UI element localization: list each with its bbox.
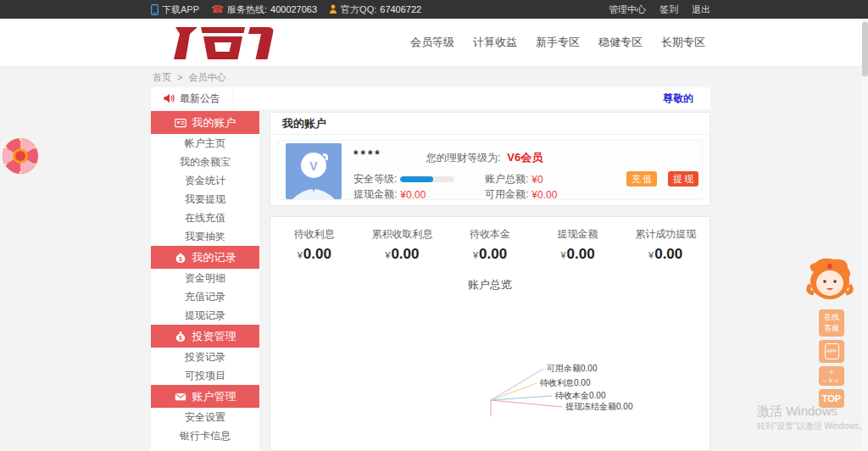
topbar-links: 管理中心签到退出 xyxy=(609,3,710,16)
sidebar-item[interactable]: 我的余额宝 xyxy=(151,153,259,171)
site-header: 会员等级计算收益新手专区稳健专区长期专区 xyxy=(0,19,868,67)
mascot-float[interactable] xyxy=(805,254,854,303)
sidebar-section-header-2[interactable]: $投资管理 xyxy=(151,325,259,348)
speaker-icon xyxy=(164,93,175,103)
id-card-icon xyxy=(175,117,186,129)
recharge-button[interactable]: 充值 xyxy=(626,171,657,187)
security-progress-fill xyxy=(400,176,432,182)
online-service-button[interactable]: 在线客服 xyxy=(819,309,844,337)
sidebar-item[interactable]: 资金明细 xyxy=(151,269,259,287)
stat-item-2: 待收本金¥0.00 xyxy=(446,227,534,263)
online-service-label: 在线客服 xyxy=(822,312,841,333)
topbar-link-2[interactable]: 退出 xyxy=(692,3,710,16)
chart-label-1: 待收利息0.00 xyxy=(540,377,590,389)
currency-symbol: ¥ xyxy=(473,250,478,260)
stat-amount: 0.00 xyxy=(391,246,419,262)
sidebar-item[interactable]: 在线充值 xyxy=(151,209,259,227)
withdraw-amount-value: ¥0.00 xyxy=(400,189,426,201)
hotline: ☎ 服务热线: 400027063 xyxy=(211,3,317,16)
sidebar: 我的账户帐户主页我的余额宝资金统计我要提现在线充值我要抽奖$我的记录资金明细充值… xyxy=(151,111,259,451)
sidebar-item[interactable]: 充值记录 xyxy=(151,287,259,306)
currency-symbol: ¥ xyxy=(560,250,565,260)
calculator-button[interactable]: +−×= xyxy=(819,366,844,386)
envelope-icon xyxy=(175,391,186,403)
topbar: 下载APP ☎ 服务热线: 400027063 官方QQ: 67406722 管… xyxy=(0,0,868,19)
sidebar-item[interactable]: 安全设置 xyxy=(151,408,259,426)
main-nav: 会员等级计算收益新手专区稳健专区长期专区 xyxy=(410,19,705,66)
scrollbar-track[interactable] xyxy=(862,19,868,451)
stat-value: ¥0.00 xyxy=(359,246,447,263)
sidebar-item[interactable]: 资金统计 xyxy=(151,171,259,190)
sidebar-item[interactable]: 我要提现 xyxy=(151,190,259,209)
money-bag-icon: $ xyxy=(175,331,186,342)
scrollbar-thumb[interactable] xyxy=(862,22,868,76)
stat-amount: 0.00 xyxy=(479,246,507,262)
sidebar-section-title: 账户管理 xyxy=(192,389,236,404)
available-amount-value: ¥0.00 xyxy=(531,189,557,201)
nav-item-2[interactable]: 新手专区 xyxy=(536,35,580,50)
withdraw-amount-row: 提现金额: ¥0.00 xyxy=(353,187,426,202)
overview-chart: 可用余额0.00待收利息0.00待收本金0.00提现冻结金额0.00 xyxy=(270,285,709,450)
sidebar-section-header-0[interactable]: 我的账户 xyxy=(151,111,259,134)
chart-label-0: 可用余额0.00 xyxy=(547,363,597,375)
stat-item-4: 累计成功提现¥0.00 xyxy=(621,227,709,263)
windows-activation-watermark: 激活 Windows xyxy=(757,404,837,420)
lottery-wheel-float[interactable] xyxy=(1,136,40,175)
logo-mark-icon xyxy=(153,21,296,64)
phone-handset-icon: ☎ xyxy=(211,4,224,14)
stat-label: 提现金额 xyxy=(534,227,622,242)
notice-bar: 最新公告 尊敬的 xyxy=(151,87,710,109)
security-progress-bar xyxy=(400,176,454,182)
chart-label-2: 待收本金0.00 xyxy=(555,390,605,402)
breadcrumb-separator: > xyxy=(177,72,182,82)
latest-notice-tab[interactable]: 最新公告 xyxy=(151,87,234,109)
download-app-link[interactable]: 下载APP xyxy=(151,3,199,16)
currency-symbol: ¥ xyxy=(648,250,654,260)
sidebar-section-title: 我的记录 xyxy=(192,250,236,265)
hotline-number: 400027063 xyxy=(270,4,317,14)
windows-activation-watermark-sub: 转到“设置”以激活 Windows。 xyxy=(757,420,867,432)
currency-symbol: ¥ xyxy=(385,250,390,260)
available-amount-row: 可用金额: ¥0.00 xyxy=(485,187,557,202)
sidebar-item[interactable]: 投资记录 xyxy=(151,348,259,366)
sidebar-item[interactable]: 提现记录 xyxy=(151,306,259,325)
sidebar-item[interactable]: 帐户主页 xyxy=(151,134,259,153)
nav-item-3[interactable]: 稳健专区 xyxy=(598,35,643,50)
topbar-link-0[interactable]: 管理中心 xyxy=(609,3,646,16)
account-overview-panel: 待收利息¥0.00累积收取利息¥0.00待收本金¥0.00提现金额¥0.00累计… xyxy=(270,216,710,451)
breadcrumb-home[interactable]: 首页 xyxy=(153,72,171,82)
latest-notice-label: 最新公告 xyxy=(180,92,220,106)
coins-icon: $ xyxy=(175,252,186,264)
site-logo[interactable] xyxy=(153,21,296,67)
currency-symbol: ¥ xyxy=(298,250,303,260)
withdraw-button[interactable]: 提现 xyxy=(668,171,698,187)
stat-label: 待收利息 xyxy=(270,227,359,242)
stat-item-0: 待收利息¥0.00 xyxy=(270,227,359,263)
svg-text:V: V xyxy=(309,159,318,173)
svg-text:$: $ xyxy=(179,255,182,262)
sidebar-item[interactable]: 可投项目 xyxy=(151,366,259,385)
nav-item-0[interactable]: 会员等级 xyxy=(410,35,454,50)
qq-label: 官方QQ: xyxy=(341,3,376,16)
sidebar-section-header-3[interactable]: 账户管理 xyxy=(151,385,259,408)
official-qq: 官方QQ: 67406722 xyxy=(329,3,421,16)
topbar-link-1[interactable]: 签到 xyxy=(659,3,678,16)
account-total-label: 账户总额: xyxy=(485,172,528,187)
level-value: V6会员 xyxy=(507,150,542,165)
nav-item-4[interactable]: 长期专区 xyxy=(661,35,705,50)
username: **** xyxy=(353,148,382,161)
sidebar-item[interactable]: 我要抽奖 xyxy=(151,227,259,246)
sidebar-item[interactable]: 银行卡信息 xyxy=(151,426,259,445)
security-label: 安全等级: xyxy=(353,172,397,187)
avatar[interactable]: V xyxy=(286,143,342,199)
panel-title: 我的账户 xyxy=(270,113,709,135)
qq-icon xyxy=(329,4,337,14)
svg-text:$: $ xyxy=(179,334,182,341)
stat-label: 累积收取利息 xyxy=(359,227,447,242)
nav-item-1[interactable]: 计算收益 xyxy=(473,35,517,50)
my-account-panel: 我的账户 V **** 您的理财等级为: V6会员 安全等级: 提现金额: xyxy=(270,112,710,206)
sidebar-section-title: 投资管理 xyxy=(192,329,236,344)
stats-row: 待收利息¥0.00累积收取利息¥0.00待收本金¥0.00提现金额¥0.00累计… xyxy=(270,217,709,263)
sidebar-section-header-1[interactable]: $我的记录 xyxy=(151,246,259,269)
app-download-float-button[interactable]: APP xyxy=(819,340,844,363)
